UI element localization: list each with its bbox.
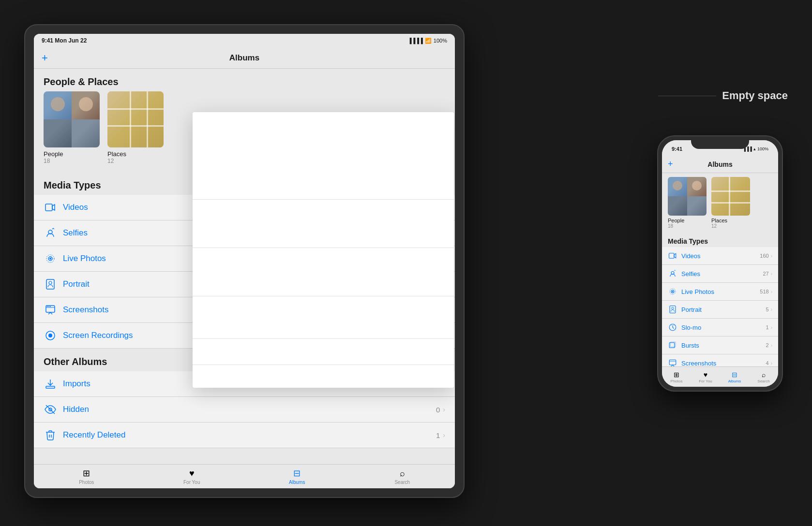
- hidden-count: 0: [436, 406, 440, 414]
- portrait-icon: [44, 278, 57, 291]
- for-you-tab-label: For You: [183, 480, 200, 485]
- iphone-videos-chevron: ›: [771, 253, 772, 259]
- iphone-media-types-header: Media Types: [662, 233, 778, 247]
- iphone-screenshots[interactable]: Screenshots 4 ›: [662, 354, 778, 366]
- albums-tab-label: Albums: [289, 480, 305, 485]
- search-tab-label: Search: [394, 480, 410, 485]
- iphone-selfies[interactable]: Selfies 27 ›: [662, 265, 778, 283]
- ipad-tab-bar: ⊞ Photos ♥ For You ⊟ Albums ⌕ Search: [34, 464, 455, 488]
- iphone-add-button[interactable]: +: [668, 159, 673, 169]
- iphone-nav-bar: + Albums: [662, 156, 778, 173]
- svg-rect-16: [669, 253, 675, 259]
- iphone-places-thumb: [711, 177, 750, 216]
- albums-tab-icon: ⊟: [293, 468, 301, 479]
- person-photo-3: [44, 119, 72, 147]
- iphone-portrait-icon: [668, 305, 677, 314]
- empty-space-annotation: Empty space: [658, 89, 788, 102]
- places-count: 12: [107, 158, 164, 164]
- iphone-search-tab-label: Search: [757, 379, 769, 383]
- annotation-line: [658, 96, 716, 96]
- ipad-status-bar: 9:41 Mon Jun 22 ▐▐▐▐ 📶 100%: [34, 34, 455, 47]
- overlay-dividers: [193, 112, 454, 388]
- iphone-selfies-chevron: ›: [771, 271, 772, 277]
- places-album[interactable]: Places 12: [107, 91, 164, 164]
- selfie-icon: [44, 226, 57, 240]
- wifi-icon: 📶: [425, 38, 432, 44]
- iphone-slomo-icon: [668, 322, 677, 332]
- iphone-places-album[interactable]: Places 12: [711, 177, 750, 229]
- iphone-videos[interactable]: Videos 160 ›: [662, 247, 778, 265]
- iphone-time: 9:41: [672, 146, 682, 152]
- iphone-tab-search[interactable]: ⌕ Search: [749, 371, 778, 383]
- iphone-screenshots-label: Screenshots: [681, 360, 766, 367]
- iphone-portrait-count: 5: [766, 307, 769, 312]
- iphone-content: People 18 Places 12 Media Typ: [662, 173, 778, 366]
- ipad-add-button[interactable]: +: [42, 52, 48, 64]
- svg-point-22: [672, 307, 674, 310]
- recently-deleted-chevron: ›: [443, 431, 445, 439]
- iphone-video-icon: [668, 251, 677, 261]
- iphone-for-you-tab-label: For You: [699, 379, 712, 383]
- iphone-person-1: [668, 177, 687, 196]
- people-count: 18: [44, 158, 100, 164]
- iphone-tab-photos[interactable]: ⊞ Photos: [662, 371, 691, 383]
- iphone-notch: [691, 136, 749, 149]
- other-album-recently-deleted[interactable]: Recently Deleted 1 ›: [34, 423, 455, 448]
- people-places-header: People & Places: [34, 69, 455, 91]
- iphone-screenshots-chevron: ›: [771, 361, 772, 366]
- iphone-live-photos-count: 518: [760, 289, 768, 294]
- recently-deleted-icon: [44, 428, 57, 442]
- svg-rect-26: [669, 360, 676, 365]
- places-label: Places: [107, 150, 164, 158]
- ipad-status-icons: ▐▐▐▐ 📶 100%: [408, 38, 447, 44]
- iphone-wifi-icon: ▴: [753, 146, 756, 151]
- iphone-videos-label: Videos: [681, 252, 760, 260]
- svg-point-4: [49, 258, 51, 260]
- person-photo-4: [72, 119, 100, 147]
- iphone-person-4: [687, 196, 707, 216]
- iphone-search-tab-icon: ⌕: [762, 371, 766, 379]
- iphone-photo-tab-icon: ⊞: [674, 371, 679, 379]
- iphone-albums-tab-label: Albums: [728, 379, 741, 383]
- iphone-tab-bar: ⊞ Photos ♥ For You ⊟ Albums ⌕ Search: [662, 366, 778, 387]
- tab-albums[interactable]: ⊟ Albums: [244, 468, 350, 485]
- people-album-thumb: [44, 91, 100, 147]
- tab-photos[interactable]: ⊞ Photos: [34, 468, 139, 485]
- iphone-places-label: Places: [711, 218, 750, 223]
- iphone-slomo-chevron: ›: [771, 325, 772, 330]
- imports-icon: [44, 377, 57, 391]
- annotation-text: Empty space: [722, 89, 788, 102]
- svg-point-12: [48, 334, 52, 337]
- for-you-tab-icon: ♥: [189, 468, 195, 479]
- iphone-people-places: People 18 Places 12: [662, 173, 778, 233]
- ipad-device: 9:41 Mon Jun 22 ▐▐▐▐ 📶 100% + Albums Peo…: [24, 24, 465, 498]
- ipad-screen: 9:41 Mon Jun 22 ▐▐▐▐ 📶 100% + Albums Peo…: [34, 34, 455, 488]
- video-icon: [44, 201, 57, 214]
- recently-deleted-count: 1: [436, 431, 440, 439]
- tab-search[interactable]: ⌕ Search: [350, 468, 455, 485]
- empty-space-overlay: [193, 112, 454, 388]
- people-album[interactable]: People 18: [44, 91, 100, 164]
- iphone-screenshots-count: 4: [766, 360, 769, 366]
- svg-rect-0: [45, 204, 52, 211]
- iphone-bursts-chevron: ›: [771, 343, 772, 348]
- iphone-slomo[interactable]: Slo-mo 1 ›: [662, 319, 778, 336]
- other-album-hidden[interactable]: Hidden 0 ›: [34, 397, 455, 423]
- live-photos-icon: [44, 252, 57, 265]
- iphone-portrait-label: Portrait: [681, 306, 766, 313]
- iphone-live-photos[interactable]: Live Photos 518 ›: [662, 283, 778, 301]
- iphone-bursts[interactable]: Bursts 2 ›: [662, 336, 778, 354]
- iphone-tab-for-you[interactable]: ♥ For You: [691, 371, 720, 383]
- iphone-bursts-icon: [668, 340, 677, 350]
- iphone-portrait[interactable]: Portrait 5 ›: [662, 301, 778, 319]
- hidden-icon: [44, 403, 57, 416]
- screen-recordings-icon: [44, 329, 57, 342]
- battery-icon: 100%: [434, 38, 447, 44]
- iphone-people-album[interactable]: People 18: [668, 177, 707, 229]
- iphone-tab-albums[interactable]: ⊟ Albums: [720, 371, 749, 383]
- people-label: People: [44, 150, 100, 158]
- photo-tab-icon: ⊞: [83, 468, 90, 479]
- svg-point-6: [49, 281, 52, 284]
- tab-for-you[interactable]: ♥ For You: [139, 468, 245, 485]
- iphone-people-label: People: [668, 218, 707, 223]
